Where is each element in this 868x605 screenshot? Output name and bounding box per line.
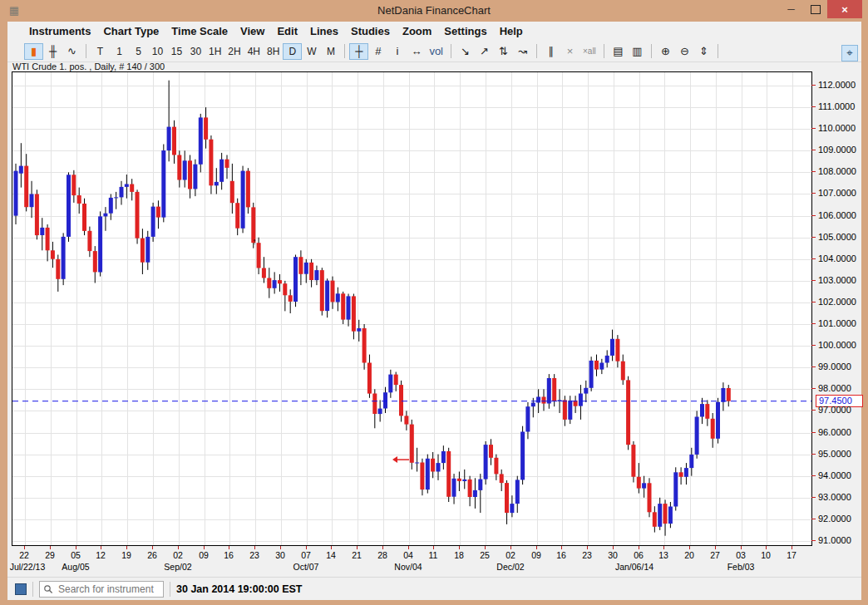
line-chart-icon[interactable]: ∿	[62, 43, 81, 60]
time-axis[interactable]: 2229051219260209162330071421280411182502…	[12, 546, 811, 574]
print-preview-icon[interactable]: ▥	[628, 43, 647, 60]
price-axis-label: 109.0000	[818, 145, 856, 155]
time-axis-day-label: 21	[347, 550, 367, 560]
window-controls: ─ ×	[779, 0, 862, 20]
fit-vertical-icon[interactable]: ⇕	[694, 43, 713, 60]
maximize-button[interactable]	[803, 0, 827, 18]
price-axis-label: 98.0000	[818, 383, 851, 393]
time-axis-day-label: 20	[679, 550, 699, 560]
parallel-lines-icon[interactable]: ∥	[541, 43, 560, 60]
status-timestamp: 30 Jan 2014 19:00:00 EST	[176, 583, 303, 595]
time-axis-day-label: 29	[40, 550, 60, 560]
volume-icon[interactable]: vol	[426, 43, 446, 60]
time-axis-day-label: 09	[526, 550, 546, 560]
timescale-1min-button[interactable]: 1	[110, 43, 129, 60]
time-axis-day-label: 02	[501, 550, 520, 560]
menu-instruments[interactable]: Instruments	[29, 25, 91, 37]
channel-lines-icon[interactable]: ⇅	[494, 43, 513, 60]
price-axis-label: 96.0000	[818, 427, 851, 437]
time-axis-tick	[331, 546, 332, 549]
timescale-10min-button[interactable]: 10	[148, 43, 167, 60]
time-axis-day-label: 17	[782, 550, 801, 560]
timescale-4h-button[interactable]: 4H	[244, 43, 264, 60]
time-axis-tick	[561, 546, 562, 549]
status-bar: 30 Jan 2014 19:00:00 EST	[7, 577, 861, 600]
crosshair-icon[interactable]: ┼	[349, 43, 368, 60]
menu-studies[interactable]: Studies	[351, 25, 390, 37]
menu-time-scale[interactable]: Time Scale	[171, 25, 228, 37]
time-axis-day-label: 04	[398, 550, 418, 560]
delete-line-icon[interactable]: ×	[560, 43, 579, 60]
timescale-1h-button[interactable]: 1H	[205, 43, 224, 60]
zoom-out-icon[interactable]: ⊖	[675, 43, 694, 60]
time-axis-tick	[536, 546, 537, 549]
title-bar[interactable]: ▦ NetDania FinanceChart ─ ×	[0, 0, 868, 22]
price-axis-tick	[811, 475, 816, 476]
timescale-15min-button[interactable]: 15	[167, 43, 186, 60]
delete-all-lines-icon[interactable]: ×all	[579, 43, 599, 60]
price-axis-label: 105.0000	[818, 232, 856, 242]
time-axis-tick	[715, 546, 716, 549]
pan-horizontal-icon[interactable]: ↔	[407, 43, 426, 60]
time-axis-tick	[76, 546, 76, 549]
price-axis-label: 95.0000	[818, 449, 851, 459]
menu-zoom[interactable]: Zoom	[402, 25, 432, 37]
ray-line-icon[interactable]: ↝	[513, 43, 532, 60]
timescale-weekly-button[interactable]: W	[302, 43, 321, 60]
info-icon[interactable]: i	[387, 43, 407, 60]
instrument-search-box[interactable]	[39, 581, 164, 598]
price-axis-label: 103.0000	[818, 275, 856, 285]
menu-lines[interactable]: Lines	[310, 25, 338, 37]
menu-chart-type[interactable]: Chart Type	[103, 25, 159, 37]
time-axis-day-label: 06	[629, 550, 649, 560]
price-axis-label: 97.0000	[818, 405, 851, 415]
trendline-down-icon[interactable]: ↘	[456, 43, 475, 60]
time-axis-day-label: 14	[321, 550, 341, 560]
app-window: ▦ NetDania FinanceChart ─ × InstrumentsC…	[0, 0, 868, 605]
price-axis-label: 107.0000	[818, 188, 856, 198]
time-axis-tick	[741, 546, 742, 549]
price-axis[interactable]: 97.4500 91.000092.000093.000094.000095.0…	[811, 71, 861, 546]
toolbar: ▮╫∿T151015301H2H4H8HDWM┼#i↔vol↘↗⇅↝∥××all…	[7, 41, 861, 62]
grid-icon[interactable]: #	[368, 43, 387, 60]
time-axis-day-label: 25	[475, 550, 495, 560]
pin-chart-icon[interactable]: ⌖	[841, 45, 858, 61]
menu-edit[interactable]: Edit	[277, 25, 298, 37]
timescale-8h-button[interactable]: 8H	[264, 43, 283, 60]
time-axis-day-label: 28	[372, 550, 392, 560]
time-axis-tick	[50, 546, 51, 549]
time-axis-tick	[254, 546, 255, 549]
connection-status-icon	[15, 583, 27, 595]
close-button[interactable]: ×	[827, 0, 862, 18]
print-icon[interactable]: ▤	[609, 43, 628, 60]
time-axis-month-label: Dec/02	[481, 562, 540, 572]
menu-settings[interactable]: Settings	[444, 25, 486, 37]
timescale-5min-button[interactable]: 5	[129, 43, 148, 60]
chart-plot[interactable]: ↑	[12, 71, 812, 546]
trendline-up-icon[interactable]: ↗	[475, 43, 494, 60]
svg-text:↑: ↑	[252, 236, 257, 246]
price-axis-tick	[811, 106, 816, 107]
zoom-in-icon[interactable]: ⊕	[656, 43, 675, 60]
price-axis-label: 112.0000	[818, 80, 856, 90]
timescale-monthly-button[interactable]: M	[321, 43, 340, 60]
timescale-tick-button[interactable]: T	[91, 43, 110, 60]
menu-view[interactable]: View	[240, 25, 264, 37]
time-axis-tick	[101, 546, 101, 549]
time-axis-day-label: 05	[66, 550, 86, 560]
time-axis-tick	[204, 546, 205, 549]
minimize-button[interactable]: ─	[779, 0, 803, 18]
chart-plot-svg[interactable]: ↑	[12, 72, 811, 545]
timescale-2h-button[interactable]: 2H	[224, 43, 244, 60]
price-axis-tick	[811, 128, 816, 129]
chart-instrument-label: WTI Crude 1. pos. , Daily, # 140 / 300	[12, 61, 165, 71]
menu-bar: InstrumentsChart TypeTime ScaleViewEditL…	[7, 22, 861, 41]
time-axis-tick	[382, 546, 383, 549]
timescale-30min-button[interactable]: 30	[186, 43, 205, 60]
ohlc-bar-chart-icon[interactable]: ╫	[43, 43, 62, 60]
candlestick-chart-icon[interactable]: ▮	[24, 43, 43, 60]
instrument-search-input[interactable]	[57, 583, 160, 596]
time-axis-tick	[178, 546, 179, 549]
timescale-daily-button[interactable]: D	[283, 43, 302, 60]
menu-help[interactable]: Help	[500, 25, 523, 37]
